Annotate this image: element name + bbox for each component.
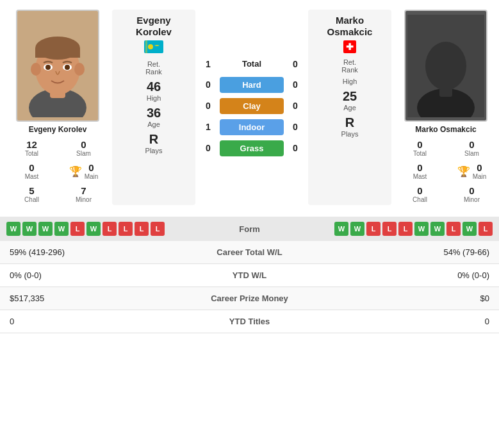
player1-slam-label: Slam (60, 150, 108, 157)
player2-total-cell: 0 Total (395, 137, 445, 159)
player2-age-val: 25 (343, 89, 357, 104)
player2-flag: ✚ (343, 40, 356, 53)
player2-main-val: 0 (473, 162, 487, 173)
player2-slam-cell: 0 Slam (446, 137, 497, 159)
player2-main-name: MarkoOsmakcic (327, 15, 373, 38)
player2-plays-block: R Plays (341, 115, 359, 138)
clay-button: Clay (220, 98, 284, 114)
player2-high-label: High (343, 78, 357, 85)
svg-point-9 (45, 65, 51, 70)
form-badge-p2: W (334, 222, 348, 236)
p1-career-wl: 59% (419-296) (0, 241, 175, 264)
player1-chall-cell: 5 Chall (6, 183, 57, 205)
form-badge-p1: L (151, 222, 165, 236)
player1-flag-name: EvgenyKorolev (136, 15, 172, 55)
form-badge-p2: W (414, 222, 429, 236)
player1-high-block: 46 High (147, 79, 161, 102)
player1-rank-block: Ret. Rank (145, 60, 162, 76)
form-badge-p2: L (479, 222, 493, 236)
p1-hard-score: 0 (202, 79, 215, 90)
player1-middle-stats: EvgenyKorolev Ret. Ra (112, 10, 195, 205)
hard-row: 0 Hard 0 (202, 77, 302, 93)
player2-stats-grid: 0 Total 0 Slam 0 Mast 🏆 0 Main (395, 137, 497, 205)
player1-flag (144, 40, 163, 55)
player1-age-val: 36 (147, 106, 161, 120)
form-row: WWWWLWLLLL Form WWLLLWWLWL (6, 222, 493, 236)
svg-point-18 (425, 42, 466, 90)
player2-total-label: Total (396, 150, 444, 157)
p1-indoor-score: 1 (202, 122, 215, 132)
player2-slam-label: Slam (448, 150, 496, 157)
player2-rank-block: Ret. Rank (341, 58, 358, 74)
player1-chall-label: Chall (8, 196, 56, 203)
player2-trophy-cell: 🏆 0 Main (446, 160, 497, 182)
form-section: WWWWLWLLLL Form WWLLLWWLWL (0, 217, 499, 241)
p2-ytd-wl: 0% (0-0) (324, 264, 499, 287)
player2-minor-val: 0 (448, 185, 496, 196)
form-badge-p2: L (398, 222, 413, 236)
player2-age-block: 25 Age (343, 89, 357, 112)
player2-flag-name: MarkoOsmakcic ✚ (327, 15, 373, 53)
form-label: Form (224, 224, 275, 234)
p1-grass-score: 0 (202, 143, 215, 153)
player1-trophy-cell: 🏆 0 Main (58, 160, 109, 182)
p2-clay-score: 0 (289, 101, 302, 111)
player2-plays-label: Plays (341, 130, 359, 138)
form-badge-p1: L (102, 222, 117, 236)
player2-rank-sub: Rank (341, 66, 358, 74)
form-badge-p1: W (54, 222, 69, 236)
player2-slam-val: 0 (448, 139, 496, 150)
stats-table: 59% (419-296) Career Total W/L 54% (79-6… (0, 241, 499, 333)
trophy-icon-p1: 🏆 (69, 165, 82, 178)
ytd-titles-label: YTD Titles (175, 310, 325, 333)
player1-minor-cell: 7 Minor (58, 183, 109, 205)
form-badge-p1: W (86, 222, 101, 236)
player2-chall-cell: 0 Chall (395, 183, 445, 205)
surface-section: 1 Total 0 0 Hard 0 0 Clay 0 1 Indoor 0 0 (199, 10, 305, 205)
trophy-icon-p2: 🏆 (457, 165, 470, 178)
player1-total-label: Total (8, 150, 56, 157)
player2-mast-cell: 0 Mast (395, 160, 445, 182)
player1-rank-ret: Ret. (145, 60, 162, 68)
ytd-wl-row: 0% (0-0) YTD W/L 0% (0-0) (0, 264, 499, 287)
form-badge-p1: W (38, 222, 53, 236)
prize-row: $517,335 Career Prize Money $0 (0, 287, 499, 310)
player2-rank-ret: Ret. (341, 58, 358, 66)
form-badge-p2: W (430, 222, 445, 236)
player2-main-label: Main (473, 173, 487, 180)
player1-mast-val: 0 (8, 162, 56, 173)
total-row: 1 Total 0 (202, 59, 302, 69)
player1-minor-label: Minor (60, 196, 108, 203)
form-badge-p2: W (350, 222, 364, 236)
p1-ytd-titles: 0 (0, 310, 175, 333)
p2-indoor-score: 0 (289, 122, 302, 132)
form-badge-p1: W (22, 222, 37, 236)
player1-rank-sub: Rank (145, 68, 162, 76)
player1-photo (16, 10, 99, 122)
svg-rect-7 (35, 48, 80, 58)
p2-grass-score: 0 (289, 143, 302, 153)
player1-card: Evgeny Korolev 12 Total 0 Slam 0 Mast 🏆 (6, 10, 109, 205)
career-wl-label: Career Total W/L (175, 241, 325, 264)
player2-minor-label: Minor (448, 196, 496, 203)
clay-row: 0 Clay 0 (202, 98, 302, 114)
p1-ytd-wl: 0% (0-0) (0, 264, 175, 287)
form-badge-p2: W (462, 222, 477, 236)
player1-age-block: 36 Age (147, 106, 161, 128)
form-badge-p2: L (446, 222, 461, 236)
svg-point-5 (74, 63, 85, 76)
player1-high-val: 46 (147, 79, 161, 94)
player1-mast-cell: 0 Mast (6, 160, 57, 182)
player1-slam-cell: 0 Slam (58, 137, 109, 159)
form-badge-p1: W (6, 222, 20, 236)
ytd-wl-label: YTD W/L (175, 264, 325, 287)
player2-name-label: Marko Osmakcic (415, 125, 476, 134)
p1-prize: $517,335 (0, 287, 175, 310)
player1-stats-grid: 12 Total 0 Slam 0 Mast 🏆 0 Main (6, 137, 109, 205)
player1-chall-val: 5 (8, 185, 56, 196)
grass-button: Grass (220, 140, 284, 156)
player1-name-label: Evgeny Korolev (29, 125, 87, 134)
p1-clay-score: 0 (202, 101, 215, 111)
player1-total-cell: 12 Total (6, 137, 57, 159)
player1-age-label: Age (147, 120, 161, 128)
